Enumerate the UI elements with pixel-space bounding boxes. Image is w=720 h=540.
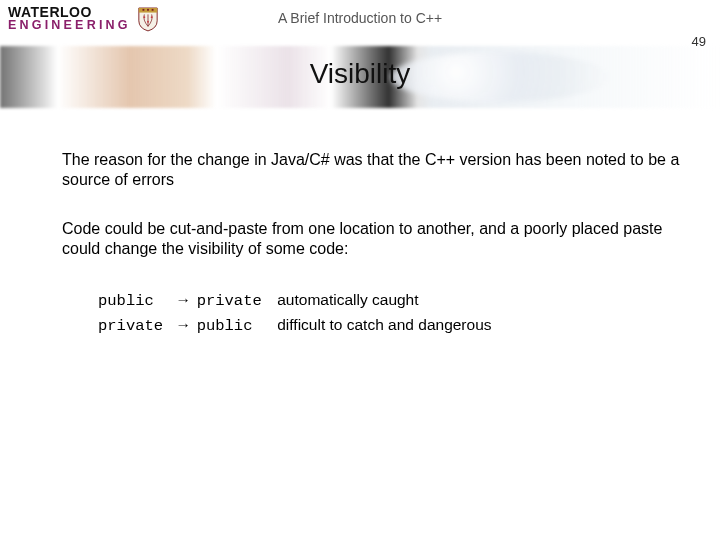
arrow-icon: → (174, 313, 192, 336)
paragraph-1: The reason for the change in Java/C# was… (62, 150, 680, 191)
slide-header: WATERLOO ENGINEERING A Brief Introductio… (0, 0, 720, 48)
slide-title: Visibility (310, 58, 411, 90)
wordmark: WATERLOO ENGINEERING (8, 6, 131, 31)
example-row-1: public → private automatically caught (98, 288, 680, 313)
svg-point-4 (150, 16, 152, 18)
example-note: difficult to catch and dangerous (277, 316, 491, 333)
svg-rect-1 (147, 9, 149, 11)
wordmark-bottom: ENGINEERING (8, 20, 131, 32)
keyword-to: private (197, 290, 269, 313)
shield-icon (137, 6, 159, 32)
paragraph-2: Code could be cut-and-paste from one loc… (62, 219, 680, 260)
example-row-2: private → public difficult to catch and … (98, 313, 680, 338)
keyword-from: public (98, 290, 170, 313)
example-note: automatically caught (277, 291, 418, 308)
arrow-icon: → (174, 288, 192, 311)
svg-rect-0 (142, 9, 144, 11)
document-title: A Brief Introduction to C++ (278, 10, 442, 26)
keyword-from: private (98, 315, 170, 338)
svg-point-5 (147, 21, 149, 23)
slide-body: The reason for the change in Java/C# was… (62, 150, 680, 338)
svg-rect-2 (151, 9, 153, 11)
svg-point-3 (143, 16, 145, 18)
keyword-to: public (197, 315, 269, 338)
logo: WATERLOO ENGINEERING (8, 6, 159, 32)
visibility-examples: public → private automatically caught pr… (98, 288, 680, 339)
